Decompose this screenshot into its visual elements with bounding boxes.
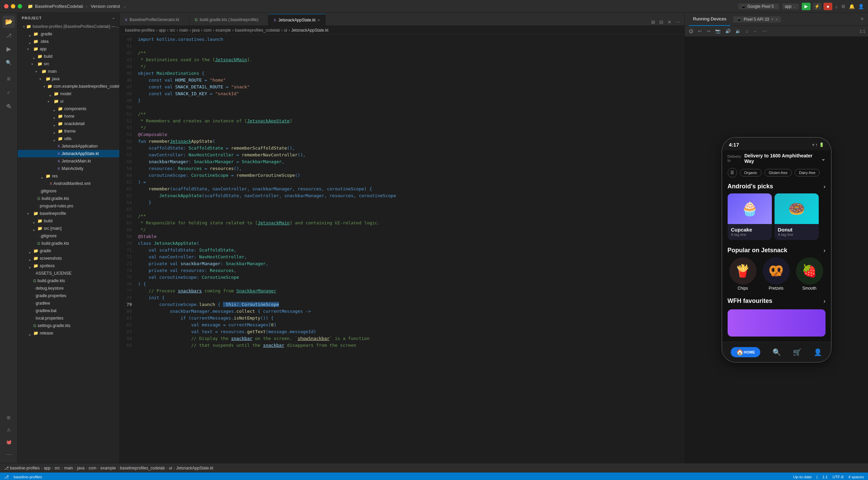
back-device-icon[interactable]: ← <box>752 28 759 34</box>
search-everywhere-icon[interactable]: ⌕ <box>835 4 838 9</box>
volume-down-icon[interactable]: 🔉 <box>734 28 742 34</box>
tab-running-devices[interactable]: Running Devices <box>689 13 730 26</box>
app-content[interactable]: Delivery to Delivery to 1600 Amphitheate… <box>722 150 831 342</box>
sidebar-item-model[interactable]: ▾ 📁 model <box>18 90 119 98</box>
nav-cart[interactable]: 🛒 <box>793 348 801 356</box>
device-selector[interactable]: 📱 Google Pixel 5 › <box>738 3 779 10</box>
sidebar-item-settings-gradle[interactable]: G settings.gradle.kts <box>18 322 119 329</box>
tab-buildgradle[interactable]: G build.gradle.kts (:baselineprofile) × <box>189 14 268 25</box>
vcs-icon[interactable]: ⎇ <box>3 29 15 41</box>
rotate-left-icon[interactable]: ↩ <box>697 28 703 34</box>
sidebar-item-release[interactable]: ▾ 📁 release <box>18 329 119 337</box>
sidebar-item-gitignore-app[interactable]: · .gitignore <box>18 187 119 195</box>
sidebar-item-build2[interactable]: ▾ 📁 build <box>18 217 119 225</box>
split-vertical-icon[interactable]: ⊟ <box>658 19 665 25</box>
sidebar-item-home-folder[interactable]: ▾ 📁 home <box>18 113 119 120</box>
maximize-button[interactable] <box>18 4 22 8</box>
sidebar-item-mainactivity[interactable]: K MainActivity <box>18 165 119 172</box>
screenshot-icon[interactable]: 📷 <box>714 28 722 34</box>
tab-baselineprofilegenerator[interactable]: K BaselineProfileGenerator.kt × <box>120 14 189 25</box>
nav-search[interactable]: 🔍 <box>772 348 781 356</box>
popular-arrow-icon[interactable]: › <box>823 247 825 254</box>
sidebar-header-icon[interactable]: ⌄ <box>112 16 115 20</box>
profile-button[interactable]: ⚡ <box>813 3 821 10</box>
sidebar-item-package[interactable]: ▾ 📁 com.example.baselineprofiles_codel <box>18 83 119 90</box>
nav-home[interactable]: 🏠 HOME <box>731 347 760 357</box>
split-editor-icon[interactable]: ⊞ <box>650 19 657 25</box>
git-icon[interactable]: 🐙 <box>3 436 15 448</box>
notifications-icon[interactable]: 🔔 <box>849 4 855 9</box>
sidebar-item-assets-license[interactable]: · ASSETS_LICENSE <box>18 270 119 277</box>
sidebar-item-jetsnackmain[interactable]: K JetsnackMain.kt <box>18 157 119 165</box>
filter-icon[interactable]: ☰ <box>728 168 737 177</box>
sidebar-item-buildgradle-app[interactable]: G build.gradle.kts <box>18 195 119 202</box>
wfh-card[interactable] <box>728 309 826 337</box>
project-label[interactable]: 📁 BaselineProfilesCodelab › <box>28 4 88 9</box>
find-icon[interactable]: 🔍 <box>3 56 15 69</box>
problems-icon[interactable]: ⚠ <box>3 424 15 436</box>
run-debug-icon[interactable]: ▶ <box>3 43 15 55</box>
sidebar-item-app[interactable]: ▾ 📁 app <box>18 45 119 53</box>
sidebar-item-java[interactable]: ▾ 📁 java <box>18 75 119 83</box>
sidebar-item-utils[interactable]: ▾ 📁 utils <box>18 135 119 142</box>
sidebar-item-gradlew[interactable]: · gradlew <box>18 299 119 307</box>
tab-jetsnackappstate[interactable]: K JetsnackAppState.kt × <box>268 14 326 25</box>
code-editor[interactable]: 4041424344 4546474849 5051525354 5556575… <box>120 35 684 463</box>
account-icon[interactable]: 👤 <box>858 4 864 9</box>
add-device-icon[interactable]: + <box>860 16 864 23</box>
sidebar-item-buildgradle-root[interactable]: G build.gradle.kts <box>18 277 119 285</box>
tab-close-icon[interactable]: × <box>317 18 319 22</box>
sidebar-item-gradlew-bat[interactable]: · gradlew.bat <box>18 307 119 314</box>
sidebar-item-proguard[interactable]: · proguard-rules.pro <box>18 202 119 210</box>
nav-profile[interactable]: 👤 <box>814 348 822 356</box>
stop-button[interactable]: ■ <box>823 3 832 10</box>
sidebar-item-src[interactable]: ▾ 📁 src <box>18 60 119 68</box>
sidebar-item-debug-keystore[interactable]: · debug.keystore <box>18 285 119 292</box>
version-control[interactable]: Version control ⌄ <box>91 4 126 9</box>
rotate-right-icon[interactable]: ↪ <box>705 28 712 34</box>
cupcake-card[interactable]: 🧁 Cupcake A tag line <box>728 193 772 240</box>
app-selector[interactable]: app ⌄ <box>782 3 799 10</box>
plugins-icon[interactable]: 🔌 <box>3 100 15 112</box>
sidebar-item-build[interactable]: ▾ 📁 build <box>18 53 119 60</box>
sidebar-item-local-properties[interactable]: · local.properties <box>18 314 119 322</box>
sidebar-item-screenshots[interactable]: ▾ 📁 screenshots <box>18 255 119 262</box>
sidebar-item-jetsnackappstate[interactable]: K JetsnackAppState.kt <box>18 150 119 157</box>
chips-card[interactable]: 🍟 Chips <box>728 257 758 291</box>
close-button[interactable] <box>4 4 8 8</box>
filter-dairyfree[interactable]: Dairy-free <box>795 169 820 176</box>
sidebar-item-components[interactable]: ▾ 📁 components <box>18 105 119 113</box>
code-lines[interactable]: import kotlinx.coroutines.launch /** * D… <box>137 35 684 463</box>
smooth-card[interactable]: 🍓 Smooth <box>794 257 825 291</box>
settings-icon[interactable]: ⚙ <box>841 4 846 9</box>
device-tab-close-icon[interactable]: × <box>776 17 778 21</box>
sidebar-item-main[interactable]: ▾ 📁 main <box>18 68 119 75</box>
explorer-icon[interactable]: 📂 <box>3 16 15 28</box>
sidebar-item-gradle-dir[interactable]: ▾ 📁 .gradle <box>18 30 119 38</box>
run-button[interactable]: ▶ <box>802 3 811 10</box>
home-device-icon[interactable]: ⌂ <box>744 28 750 34</box>
sidebar-item-buildgradle-base[interactable]: G build.gradle.kts <box>18 240 119 247</box>
filter-organic[interactable]: Organic <box>740 169 762 176</box>
more-device-icon[interactable]: ⋯ <box>761 28 768 34</box>
sidebar-item-manifest[interactable]: X AndroidManifest.xml <box>18 180 119 187</box>
sidebar-item-gradle-folder[interactable]: ▾ 📁 gradle <box>18 247 119 255</box>
device-tab-add-icon[interactable]: + <box>771 17 774 22</box>
sidebar-item-src-main[interactable]: ▾ 📁 src [main] <box>18 225 119 232</box>
delivery-address[interactable]: Delivery to 1600 Amphitheater Way ⌄ <box>744 153 825 164</box>
sidebar-item-ui[interactable]: ▾ 📁 ui <box>18 98 119 105</box>
device-tab-pixel5[interactable]: 📱 Pixel 5 API 33 + × <box>733 16 781 22</box>
sidebar-item-idea[interactable]: ▾ 📁 .idea <box>18 38 119 45</box>
sidebar-item-gitignore-base[interactable]: · .gitignore <box>18 232 119 240</box>
sidebar-item-spotless[interactable]: ▾ 📁 spotless <box>18 262 119 270</box>
power-icon[interactable]: ⏻ <box>688 28 695 34</box>
filter-glutenfree[interactable]: Gluten-free <box>764 169 792 176</box>
more-tabs-icon[interactable]: ⋯ <box>674 19 682 25</box>
donut-card[interactable]: 🍩 Donut A tag line <box>775 193 819 240</box>
sidebar-item-baselineprofile[interactable]: ▾ 📁 baselineprofile <box>18 210 119 217</box>
section-arrow-icon[interactable]: › <box>823 184 825 190</box>
more-icon[interactable]: ⋯ <box>3 448 15 460</box>
close-editors-icon[interactable]: ✕ <box>666 19 673 25</box>
minimize-button[interactable] <box>11 4 15 8</box>
sidebar-item-theme[interactable]: ▾ 📁 theme <box>18 127 119 135</box>
